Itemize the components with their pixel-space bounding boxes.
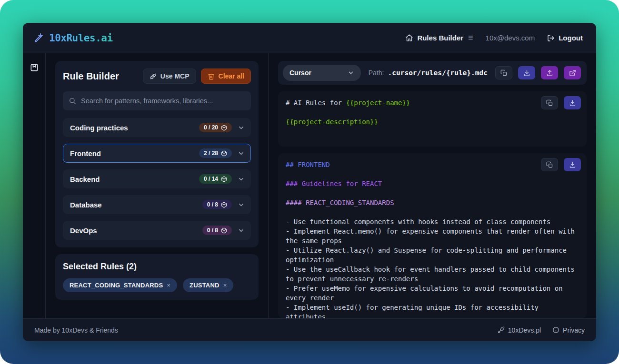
category-count-badge: 0 / 14 [199, 174, 232, 184]
plug-icon [150, 73, 157, 80]
category-label: Frontend [70, 149, 101, 157]
rule-builder-actions: Use MCP Clear all [143, 69, 251, 84]
copy-icon [546, 99, 553, 107]
side-rail [23, 53, 46, 318]
magic-wand-icon [34, 33, 44, 43]
category-count: 2 / 28 [204, 150, 218, 157]
package-icon [221, 227, 227, 234]
clear-all-button[interactable]: Clear all [201, 69, 251, 84]
rule-builder-header: Rule Builder Use MCP [63, 69, 251, 84]
upload-button[interactable] [541, 66, 558, 79]
chevron-down-icon[interactable] [238, 227, 245, 234]
made-by-text: Made by 10xDevs & Friends [34, 326, 118, 334]
download-all-button[interactable] [518, 66, 535, 79]
category-label: Database [70, 201, 102, 209]
export-toolbar: Cursor Path: .cursor/rules/{rule}.mdc [278, 61, 587, 85]
top-header: 10xRules.ai Rules Builder ≡ 10x@devs.com [23, 23, 596, 53]
search-icon [69, 97, 76, 105]
category-count-badge: 0 / 8 [202, 226, 232, 235]
gradient-background: 10xRules.ai Rules Builder ≡ 10x@devs.com [0, 0, 619, 364]
category-count: 0 / 20 [204, 124, 218, 131]
path-label: Path: [369, 69, 384, 77]
package-icon [221, 202, 227, 208]
frontend-rules-code: ## FRONTEND ### Guidelines for REACT ###… [286, 160, 579, 318]
external-link-icon [569, 69, 576, 77]
open-external-button[interactable] [564, 66, 581, 79]
copy-all-button[interactable] [495, 66, 512, 79]
chevron-down-icon[interactable] [238, 201, 245, 208]
rule-builder-title: Rule Builder [63, 71, 119, 82]
project-header-code-block: # AI Rules for {{project-name}} {{projec… [278, 91, 587, 147]
copy-icon [546, 161, 553, 168]
category-count: 0 / 14 [204, 176, 218, 182]
block1-buttons [541, 96, 581, 109]
chevron-down-icon[interactable] [238, 176, 245, 183]
site-link-label: 10xDevs.pl [508, 326, 541, 334]
category-count-badge: 2 / 28 [199, 148, 232, 158]
privacy-link[interactable]: Privacy [552, 326, 585, 334]
menu-icon[interactable]: ≡ [468, 33, 473, 43]
use-mcp-button[interactable]: Use MCP [143, 69, 196, 84]
header-right: Rules Builder ≡ 10x@devs.com Logout [405, 33, 583, 43]
app-window: 10xRules.ai Rules Builder ≡ 10x@devs.com [23, 23, 596, 341]
selected-rules-panel: Selected Rules (2) REACT_CODING_STANDARD… [55, 254, 259, 300]
save-collection-button[interactable] [28, 61, 41, 74]
category-label: DevOps [70, 226, 97, 235]
upload-icon [546, 69, 553, 77]
category-label: Backend [70, 175, 100, 183]
selected-rules-title: Selected Rules (2) [63, 262, 251, 272]
package-icon [221, 125, 227, 131]
nav-rules-builder-label: Rules Builder [417, 34, 463, 42]
category-row[interactable]: Backend 0 / 14 [63, 169, 251, 188]
app-logo[interactable]: 10xRules.ai [34, 32, 113, 44]
main-body: Rule Builder Use MCP [23, 53, 596, 318]
chevron-down-icon[interactable] [238, 124, 245, 131]
category-row[interactable]: Frontend 2 / 28 [63, 144, 251, 163]
app-title: 10xRules.ai [49, 32, 113, 44]
trash-icon [208, 73, 215, 80]
selected-rule-chip[interactable]: REACT_CODING_STANDARDS × [63, 278, 177, 292]
copy-block-button[interactable] [541, 96, 558, 109]
package-icon [221, 150, 227, 157]
chevron-down-icon[interactable] [238, 150, 245, 157]
package-icon [221, 176, 227, 182]
logout-button[interactable]: Logout [547, 34, 583, 42]
remove-rule-icon[interactable]: × [223, 282, 227, 289]
footer: Made by 10xDevs & Friends 10xDevs.pl [23, 318, 596, 341]
site-link[interactable]: 10xDevs.pl [498, 326, 541, 334]
chevron-down-icon [348, 69, 354, 76]
category-row[interactable]: DevOps 0 / 8 [63, 221, 251, 240]
right-column: Cursor Path: .cursor/rules/{rule}.mdc [269, 53, 596, 318]
download-icon [569, 161, 576, 168]
search-box [63, 91, 251, 110]
remove-rule-icon[interactable]: × [167, 282, 170, 289]
download-block-button[interactable] [564, 96, 581, 109]
download-icon [523, 69, 530, 77]
nav-rules-builder[interactable]: Rules Builder ≡ [405, 33, 473, 43]
editor-select[interactable]: Cursor [283, 65, 361, 81]
editor-select-value: Cursor [290, 69, 311, 77]
selected-rule-chip[interactable]: ZUSTAND × [183, 278, 233, 292]
selected-rule-label: ZUSTAND [190, 282, 220, 289]
user-email: 10x@devs.com [486, 34, 535, 42]
category-label: Coding practices [70, 124, 128, 132]
search-input[interactable] [81, 97, 245, 105]
use-mcp-label: Use MCP [160, 72, 190, 80]
clear-all-label: Clear all [219, 72, 244, 80]
selected-rules-chips: REACT_CODING_STANDARDS × ZUSTAND × [63, 278, 251, 292]
frontend-rules-code-block: ## FRONTEND ### Guidelines for REACT ###… [278, 153, 587, 318]
copy-block-button[interactable] [541, 158, 558, 171]
download-block-button[interactable] [564, 158, 581, 171]
category-count-badge: 0 / 20 [199, 123, 232, 132]
copy-icon [500, 69, 508, 77]
category-row[interactable]: Database 0 / 8 [63, 195, 251, 214]
home-icon [405, 34, 413, 42]
project-header-code: # AI Rules for {{project-name}} {{projec… [286, 98, 579, 127]
left-column: Rule Builder Use MCP [46, 53, 269, 318]
category-count-badge: 0 / 8 [202, 200, 232, 209]
block2-buttons [541, 158, 581, 171]
category-list: Coding practices 0 / 20 Frontend 2 / 28 [63, 118, 251, 240]
category-row[interactable]: Coding practices 0 / 20 [63, 118, 251, 137]
download-icon [569, 99, 576, 107]
category-count: 0 / 8 [207, 201, 218, 208]
